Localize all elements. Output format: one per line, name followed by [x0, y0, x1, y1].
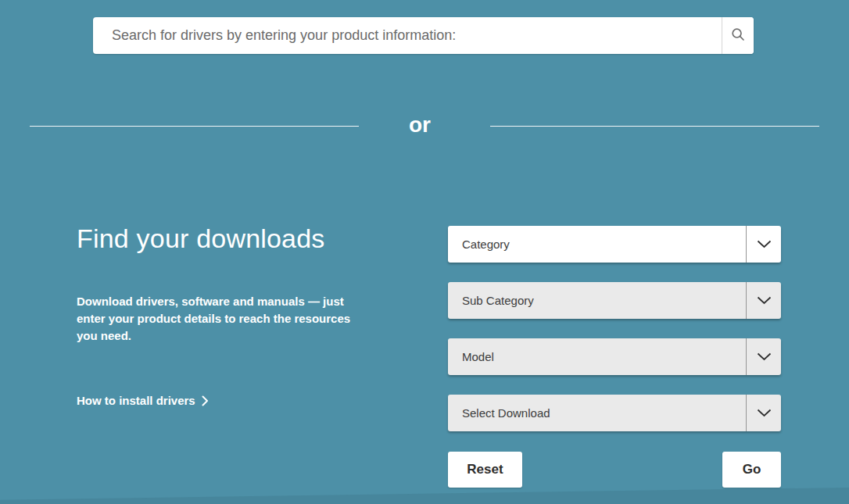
search-input[interactable] — [93, 17, 722, 54]
divider-line-left — [30, 126, 359, 127]
intro-description: Download drivers, software and manuals —… — [77, 293, 374, 345]
reset-button[interactable]: Reset — [448, 452, 522, 488]
chevron-down-icon — [746, 395, 781, 431]
page-title: Find your downloads — [77, 223, 325, 254]
chevron-down-icon — [746, 282, 781, 319]
sub-category-dropdown[interactable]: Sub Category — [448, 282, 781, 319]
chevron-right-icon — [202, 395, 209, 406]
chevron-down-icon — [746, 226, 781, 263]
category-dropdown-label: Category — [448, 226, 746, 263]
select-download-dropdown-label: Select Download — [448, 395, 746, 431]
sub-category-dropdown-label: Sub Category — [448, 282, 746, 319]
link-label: How to install drivers — [77, 394, 195, 407]
chevron-down-icon — [746, 338, 781, 375]
search-button[interactable] — [722, 17, 754, 54]
go-button[interactable]: Go — [722, 452, 781, 488]
model-dropdown[interactable]: Model — [448, 338, 781, 375]
model-dropdown-label: Model — [448, 338, 746, 375]
driver-search-bar — [93, 17, 754, 54]
driver-download-banner: or Find your downloads Download drivers,… — [0, 0, 849, 504]
divider-line-right — [490, 126, 819, 127]
how-to-install-drivers-link[interactable]: How to install drivers — [77, 394, 209, 407]
search-icon — [731, 27, 745, 45]
select-download-dropdown[interactable]: Select Download — [448, 395, 781, 431]
or-divider-label: or — [389, 112, 451, 138]
banner-bottom-diagonal — [0, 485, 849, 504]
category-dropdown[interactable]: Category — [448, 226, 781, 263]
